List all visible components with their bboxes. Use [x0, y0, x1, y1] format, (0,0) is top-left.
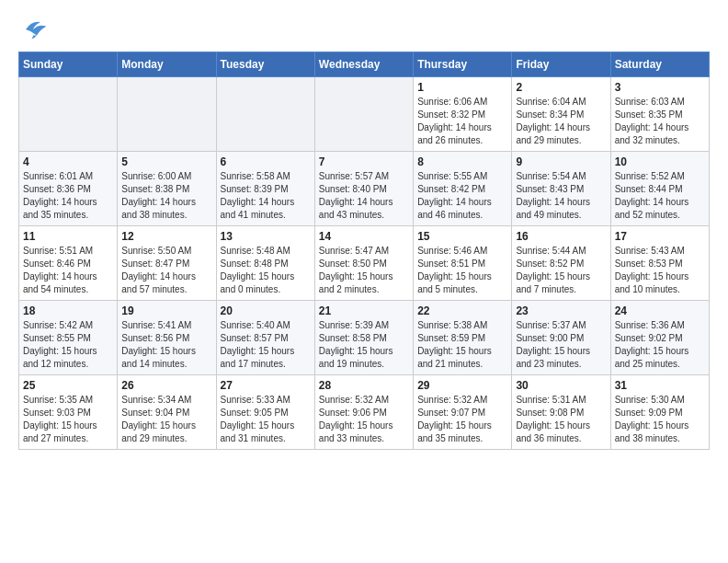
day-info: Sunrise: 5:51 AM Sunset: 8:46 PM Dayligh…	[23, 245, 113, 296]
day-number: 20	[221, 304, 311, 317]
col-header-monday: Monday	[118, 52, 216, 77]
day-info: Sunrise: 5:32 AM Sunset: 9:06 PM Dayligh…	[319, 394, 409, 445]
day-number: 21	[319, 304, 409, 317]
day-cell: 19Sunrise: 5:41 AM Sunset: 8:56 PM Dayli…	[118, 301, 216, 375]
col-header-saturday: Saturday	[610, 52, 709, 77]
day-number: 13	[221, 230, 311, 243]
day-cell: 14Sunrise: 5:47 AM Sunset: 8:50 PM Dayli…	[314, 226, 413, 301]
day-number: 23	[516, 304, 606, 317]
day-number: 27	[221, 379, 311, 392]
day-cell: 4Sunrise: 6:01 AM Sunset: 8:36 PM Daylig…	[19, 152, 118, 226]
day-info: Sunrise: 5:54 AM Sunset: 8:43 PM Dayligh…	[516, 170, 606, 222]
day-info: Sunrise: 5:33 AM Sunset: 9:05 PM Dayligh…	[221, 394, 311, 445]
day-cell	[19, 77, 118, 152]
day-number: 9	[516, 155, 606, 168]
day-cell: 10Sunrise: 5:52 AM Sunset: 8:44 PM Dayli…	[610, 152, 709, 226]
day-cell: 12Sunrise: 5:50 AM Sunset: 8:47 PM Dayli…	[118, 226, 216, 301]
day-info: Sunrise: 5:32 AM Sunset: 9:07 PM Dayligh…	[417, 394, 507, 445]
day-info: Sunrise: 5:31 AM Sunset: 9:08 PM Dayligh…	[516, 394, 606, 445]
day-cell: 21Sunrise: 5:39 AM Sunset: 8:58 PM Dayli…	[314, 301, 413, 375]
day-info: Sunrise: 5:48 AM Sunset: 8:48 PM Dayligh…	[221, 245, 311, 296]
day-cell: 29Sunrise: 5:32 AM Sunset: 9:07 PM Dayli…	[414, 375, 512, 450]
day-number: 15	[417, 230, 507, 243]
day-info: Sunrise: 5:50 AM Sunset: 8:47 PM Dayligh…	[121, 245, 211, 296]
day-number: 11	[23, 230, 113, 243]
day-cell: 5Sunrise: 6:00 AM Sunset: 8:38 PM Daylig…	[118, 152, 216, 226]
day-info: Sunrise: 5:40 AM Sunset: 8:57 PM Dayligh…	[221, 319, 311, 371]
week-row-4: 18Sunrise: 5:42 AM Sunset: 8:55 PM Dayli…	[19, 301, 710, 375]
day-number: 25	[23, 379, 113, 392]
day-number: 16	[516, 230, 606, 243]
week-row-1: 1Sunrise: 6:06 AM Sunset: 8:32 PM Daylig…	[19, 77, 710, 152]
day-number: 26	[121, 379, 211, 392]
day-info: Sunrise: 5:39 AM Sunset: 8:58 PM Dayligh…	[319, 319, 409, 371]
col-header-wednesday: Wednesday	[314, 52, 413, 77]
col-header-friday: Friday	[512, 52, 610, 77]
day-cell: 26Sunrise: 5:34 AM Sunset: 9:04 PM Dayli…	[118, 375, 216, 450]
day-cell: 20Sunrise: 5:40 AM Sunset: 8:57 PM Dayli…	[216, 301, 314, 375]
calendar-table: SundayMondayTuesdayWednesdayThursdayFrid…	[18, 52, 710, 450]
day-cell: 13Sunrise: 5:48 AM Sunset: 8:48 PM Dayli…	[216, 226, 314, 301]
day-info: Sunrise: 5:35 AM Sunset: 9:03 PM Dayligh…	[23, 394, 113, 445]
day-info: Sunrise: 5:47 AM Sunset: 8:50 PM Dayligh…	[319, 245, 409, 296]
day-info: Sunrise: 5:43 AM Sunset: 8:53 PM Dayligh…	[615, 245, 705, 296]
day-cell: 6Sunrise: 5:58 AM Sunset: 8:39 PM Daylig…	[216, 152, 314, 226]
day-cell: 30Sunrise: 5:31 AM Sunset: 9:08 PM Dayli…	[512, 375, 610, 450]
day-cell: 17Sunrise: 5:43 AM Sunset: 8:53 PM Dayli…	[610, 226, 709, 301]
week-row-2: 4Sunrise: 6:01 AM Sunset: 8:36 PM Daylig…	[19, 152, 710, 226]
day-cell	[118, 77, 216, 152]
day-number: 1	[417, 81, 507, 94]
day-cell: 11Sunrise: 5:51 AM Sunset: 8:46 PM Dayli…	[19, 226, 118, 301]
day-info: Sunrise: 6:06 AM Sunset: 8:32 PM Dayligh…	[417, 96, 507, 147]
day-cell: 24Sunrise: 5:36 AM Sunset: 9:02 PM Dayli…	[610, 301, 709, 375]
day-number: 17	[615, 230, 705, 243]
day-number: 5	[121, 155, 211, 168]
day-number: 6	[221, 155, 311, 168]
day-info: Sunrise: 5:42 AM Sunset: 8:55 PM Dayligh…	[23, 319, 113, 371]
day-number: 4	[23, 155, 113, 168]
day-number: 18	[23, 304, 113, 317]
header-row: SundayMondayTuesdayWednesdayThursdayFrid…	[19, 52, 710, 77]
day-number: 10	[615, 155, 705, 168]
day-info: Sunrise: 6:04 AM Sunset: 8:34 PM Dayligh…	[516, 96, 606, 147]
day-cell	[314, 77, 413, 152]
day-number: 7	[319, 155, 409, 168]
day-cell: 7Sunrise: 5:57 AM Sunset: 8:40 PM Daylig…	[314, 152, 413, 226]
day-info: Sunrise: 5:58 AM Sunset: 8:39 PM Dayligh…	[221, 170, 311, 222]
day-cell: 1Sunrise: 6:06 AM Sunset: 8:32 PM Daylig…	[414, 77, 512, 152]
logo	[18, 15, 51, 40]
col-header-thursday: Thursday	[414, 52, 512, 77]
day-cell: 3Sunrise: 6:03 AM Sunset: 8:35 PM Daylig…	[610, 77, 709, 152]
day-info: Sunrise: 5:34 AM Sunset: 9:04 PM Dayligh…	[121, 394, 211, 445]
day-cell: 15Sunrise: 5:46 AM Sunset: 8:51 PM Dayli…	[414, 226, 512, 301]
day-info: Sunrise: 6:01 AM Sunset: 8:36 PM Dayligh…	[23, 170, 113, 222]
day-number: 28	[319, 379, 409, 392]
header	[18, 15, 710, 40]
day-cell: 9Sunrise: 5:54 AM Sunset: 8:43 PM Daylig…	[512, 152, 610, 226]
day-cell: 23Sunrise: 5:37 AM Sunset: 9:00 PM Dayli…	[512, 301, 610, 375]
day-cell: 16Sunrise: 5:44 AM Sunset: 8:52 PM Dayli…	[512, 226, 610, 301]
day-cell	[216, 77, 314, 152]
day-number: 24	[615, 304, 705, 317]
day-info: Sunrise: 5:52 AM Sunset: 8:44 PM Dayligh…	[615, 170, 705, 222]
week-row-3: 11Sunrise: 5:51 AM Sunset: 8:46 PM Dayli…	[19, 226, 710, 301]
day-number: 2	[516, 81, 606, 94]
day-info: Sunrise: 6:00 AM Sunset: 8:38 PM Dayligh…	[121, 170, 211, 222]
day-info: Sunrise: 5:57 AM Sunset: 8:40 PM Dayligh…	[319, 170, 409, 222]
day-number: 22	[417, 304, 507, 317]
day-info: Sunrise: 5:44 AM Sunset: 8:52 PM Dayligh…	[516, 245, 606, 296]
day-cell: 18Sunrise: 5:42 AM Sunset: 8:55 PM Dayli…	[19, 301, 118, 375]
day-number: 14	[319, 230, 409, 243]
day-number: 29	[417, 379, 507, 392]
day-info: Sunrise: 5:55 AM Sunset: 8:42 PM Dayligh…	[417, 170, 507, 222]
col-header-tuesday: Tuesday	[216, 52, 314, 77]
day-number: 30	[516, 379, 606, 392]
logo-icon	[18, 15, 48, 40]
day-cell: 31Sunrise: 5:30 AM Sunset: 9:09 PM Dayli…	[610, 375, 709, 450]
day-number: 31	[615, 379, 705, 392]
day-info: Sunrise: 5:30 AM Sunset: 9:09 PM Dayligh…	[615, 394, 705, 445]
day-info: Sunrise: 6:03 AM Sunset: 8:35 PM Dayligh…	[615, 96, 705, 147]
day-number: 19	[121, 304, 211, 317]
day-number: 3	[615, 81, 705, 94]
day-cell: 8Sunrise: 5:55 AM Sunset: 8:42 PM Daylig…	[414, 152, 512, 226]
